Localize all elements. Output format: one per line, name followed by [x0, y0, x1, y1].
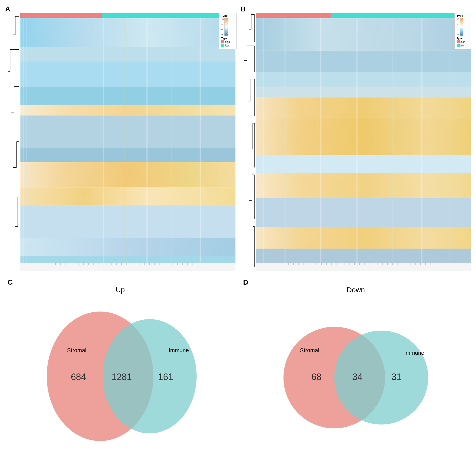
legend-a-low-item: low — [221, 44, 234, 47]
panel-d: D Down Stromal Immune 68 34 31 — [241, 276, 471, 451]
venn-c-immune-value: 161 — [158, 372, 173, 382]
svg-rect-130 — [256, 119, 471, 155]
svg-rect-129 — [256, 97, 471, 119]
svg-rect-33 — [20, 256, 235, 263]
venn-c-svg: Stromal Immune 684 1281 161 — [44, 303, 197, 445]
panel-b: B — [241, 5, 471, 271]
panel-c-label: C — [8, 278, 13, 286]
panel-d-label: D — [243, 278, 248, 286]
svg-rect-30 — [20, 187, 235, 205]
svg-rect-35 — [23, 18, 24, 263]
svg-rect-128 — [256, 87, 471, 97]
svg-rect-138 — [320, 18, 321, 263]
svg-rect-136 — [263, 18, 264, 263]
svg-rect-31 — [20, 205, 235, 238]
svg-rect-25 — [20, 87, 235, 105]
legend-b-val-0: 0 — [457, 28, 459, 31]
dendrogram-left-a — [5, 13, 20, 271]
legend-a-high-item: high — [221, 40, 234, 43]
legend-b-high-item: high — [457, 40, 470, 43]
legend-b-gradient — [460, 18, 463, 36]
svg-rect-23 — [20, 47, 235, 61]
svg-rect-24 — [20, 61, 235, 87]
svg-rect-41 — [200, 18, 201, 263]
venn-c-immune-label: Immune — [169, 347, 189, 353]
panel-a: A — [5, 5, 235, 271]
svg-rect-133 — [256, 198, 471, 227]
heatmap-main-b — [256, 13, 471, 271]
svg-rect-32 — [20, 238, 235, 256]
legend-a-type-label: Type — [221, 37, 234, 40]
svg-rect-134 — [256, 227, 471, 249]
svg-rect-131 — [256, 155, 471, 173]
venn-d-title: Down — [347, 286, 365, 294]
venn-c-stromal-value: 684 — [71, 372, 86, 382]
legend-a-val-10: 10 — [221, 18, 224, 21]
svg-rect-38 — [124, 18, 125, 263]
legend-a-val-5: 5 — [221, 23, 224, 26]
svg-rect-40 — [171, 18, 172, 263]
legend-b-high-swatch — [457, 40, 460, 43]
color-bar-b — [256, 13, 471, 18]
venn-d-immune-value: 31 — [391, 372, 401, 382]
x-axis-a — [20, 263, 235, 271]
svg-rect-36 — [26, 18, 27, 263]
venn-c-intersection-value: 1281 — [111, 372, 132, 382]
svg-rect-22 — [20, 18, 235, 47]
legend-b-high-label: high — [461, 41, 465, 43]
svg-rect-29 — [20, 162, 235, 187]
svg-rect-139 — [356, 18, 358, 263]
color-bar-a — [20, 13, 235, 18]
svg-rect-135 — [256, 249, 471, 263]
legend-b-val-5: 5 — [457, 23, 459, 26]
svg-rect-34 — [20, 18, 21, 263]
legend-b-low-swatch — [457, 44, 460, 47]
svg-rect-125 — [256, 18, 471, 51]
legend-b-val-neg5: -5 — [457, 33, 459, 36]
legend-a-low-swatch — [221, 44, 224, 47]
svg-rect-37 — [103, 18, 104, 263]
legend-b: Type 10 5 0 -5 Type high — [454, 13, 472, 49]
svg-rect-27 — [20, 116, 235, 148]
svg-rect-142 — [449, 18, 450, 263]
venn-d-stromal-value: 68 — [311, 372, 321, 382]
venn-d-container: Stromal Immune 68 34 31 — [241, 297, 471, 451]
heatmap-body-b — [256, 18, 471, 263]
panel-c: C Up Stromal Immune 684 1281 161 — [5, 276, 235, 451]
dendrogram-left-b — [241, 13, 256, 271]
svg-rect-141 — [421, 18, 422, 263]
svg-rect-28 — [20, 148, 235, 162]
svg-rect-127 — [256, 72, 471, 87]
heatmap-main-a — [20, 13, 235, 271]
venn-c-container: Stromal Immune 684 1281 161 — [5, 297, 235, 451]
legend-a: Type 10 5 0 -5 Type high — [219, 13, 237, 49]
heatmap-body-a — [20, 18, 235, 263]
venn-c-title: Up — [116, 286, 125, 294]
svg-rect-140 — [392, 18, 393, 263]
legend-b-low-item: low — [457, 44, 470, 47]
panel-b-label: B — [241, 5, 246, 13]
venn-d-immune-circle — [334, 331, 428, 425]
venn-c-stromal-label: Stromal — [67, 347, 86, 353]
svg-rect-26 — [20, 105, 235, 116]
legend-a-val-0: 0 — [221, 28, 224, 31]
legend-b-type-label: Type — [457, 37, 470, 40]
legend-a-gradient — [224, 18, 228, 36]
svg-rect-126 — [256, 51, 471, 72]
legend-b-low-label: low — [461, 44, 464, 47]
x-axis-b — [256, 263, 471, 271]
svg-rect-39 — [146, 18, 148, 263]
legend-b-val-10: 10 — [457, 18, 459, 21]
legend-a-high-swatch — [221, 40, 224, 43]
venn-d-immune-label: Immune — [404, 350, 424, 356]
venn-d-stromal-label: Stromal — [300, 347, 319, 353]
svg-rect-132 — [256, 173, 471, 198]
venn-d-intersection-value: 34 — [352, 372, 362, 382]
main-grid: A — [0, 0, 476, 456]
venn-d-svg: Stromal Immune 68 34 31 — [280, 310, 432, 437]
legend-a-high-label: high — [225, 41, 230, 43]
legend-a-type-title: Type — [221, 14, 234, 17]
legend-b-type-title: Type — [457, 14, 470, 17]
legend-a-low-label: low — [225, 44, 229, 47]
legend-a-val-neg5: -5 — [221, 33, 224, 36]
